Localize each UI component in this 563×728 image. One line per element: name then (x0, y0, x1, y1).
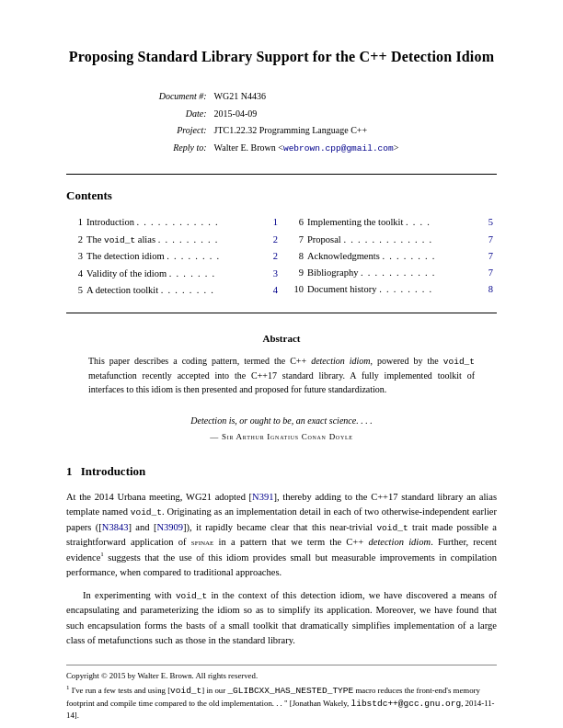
meta-table: Document #: WG21 N4436 Date: 2015-04-09 … (157, 87, 407, 157)
n391-link[interactable]: N391 (252, 492, 273, 502)
contents-section: Contents 1 Introduction . . . . . . . . … (66, 188, 497, 299)
toc-row: 3 The detection idiom . . . . . . . . 2 (68, 248, 280, 265)
abstract-text: This paper describes a coding pattern, t… (88, 354, 475, 396)
footnote-copyright: Copyright © 2015 by Walter E. Brown. All… (66, 670, 497, 681)
section1-para2: In experimenting with void_t in the cont… (66, 588, 497, 649)
quote-text: Detection is, or ought to be, an exact s… (66, 415, 497, 428)
top-divider (66, 174, 497, 175)
footnote-area: Copyright © 2015 by Walter E. Brown. All… (66, 665, 497, 721)
n3843-link[interactable]: N3843 (102, 522, 129, 532)
project-value: JTC1.22.32 Programming Language C++ (214, 123, 405, 139)
reply-email-link[interactable]: webrown.cpp@gmail.com (283, 143, 394, 154)
section1-para1: At the 2014 Urbana meeting, WG21 adopted… (66, 490, 497, 581)
toc-row: 8 Acknowledgments . . . . . . . . 7 (289, 247, 495, 264)
toc-row: 9 Bibliography . . . . . . . . . . . 7 (289, 264, 495, 280)
page-title: Proposing Standard Library Support for t… (66, 46, 497, 67)
toc-row: 5 A detection toolkit . . . . . . . . 4 (68, 281, 280, 298)
abstract-title: Abstract (88, 332, 475, 347)
toc-row: 4 Validity of the idiom . . . . . . . 3 (68, 265, 280, 281)
toc-table: 1 Introduction . . . . . . . . . . . . 1… (66, 212, 497, 300)
quote-attribution: — Sir Arthur Ignatius Conan Doyle (66, 431, 497, 443)
date-label: Date: (159, 107, 213, 122)
reply-value: Walter E. Brown <webrown.cpp@gmail.com> (214, 141, 405, 156)
section1-title: Introduction (81, 464, 146, 478)
project-label: Project: (159, 123, 213, 139)
date-value: 2015-04-09 (214, 107, 405, 122)
reply-label: Reply to: (159, 141, 213, 156)
toc-row: 1 Introduction . . . . . . . . . . . . 1 (68, 214, 280, 231)
footnote-1: 1 I've run a few tests and using [void_t… (66, 684, 497, 721)
toc-row: 6 Implementing the toolkit . . . . 5 (289, 214, 495, 231)
contents-title: Contents (66, 188, 497, 205)
n3909-link[interactable]: N3909 (156, 522, 183, 532)
toc-row: 10 Document history . . . . . . . . 8 (289, 281, 495, 298)
doc-value: WG21 N4436 (214, 89, 405, 105)
toc-row: 2 The void_t alias . . . . . . . . . 2 (68, 231, 280, 248)
abstract-section: Abstract This paper describes a coding p… (88, 332, 475, 396)
section1-num: 1 (66, 464, 73, 478)
bottom-divider (66, 313, 497, 313)
toc-row: 7 Proposal . . . . . . . . . . . . . 7 (289, 231, 495, 247)
quote-block: Detection is, or ought to be, an exact s… (66, 415, 497, 443)
section1-heading: 1 Introduction (66, 463, 497, 481)
doc-label: Document #: (159, 89, 213, 105)
